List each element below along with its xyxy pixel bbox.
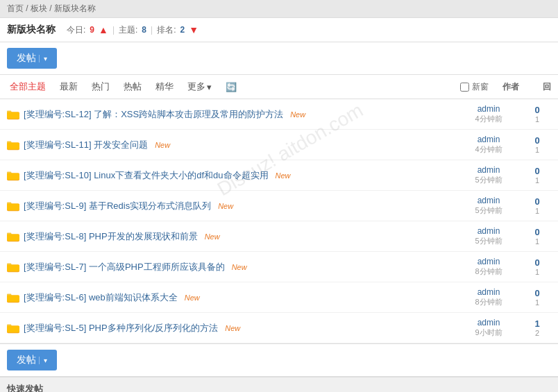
top-post-button-area: 发帖 ▾ [0, 42, 558, 75]
author-col-header: 作者 [502, 81, 519, 93]
author-cell: admin8分钟前 [454, 287, 523, 307]
svg-rect-3 [7, 112, 19, 119]
table-row: [奖理编号:SL-8] PHP开发的发展现状和前景 Newadmin5分钟前01 [0, 221, 558, 252]
quick-post-title: 快速发帖 [7, 384, 43, 392]
svg-rect-11 [7, 173, 19, 180]
topic-left-cell: [奖理编号:SL-12] 了解：XSS跨站脚本攻击原理及常用的防护方法 New [7, 108, 454, 121]
forum-header: 新版块名称 今日: 9 ▲ | 主题: 8 | 排名: 2 ▼ [0, 18, 558, 42]
topic-title-link[interactable]: [奖理编号:SL-6] web前端知识体系大全 [24, 291, 178, 304]
post-button-top[interactable]: 发帖 ▾ [7, 48, 57, 69]
reply-count: 0 [523, 196, 551, 207]
reply-cell: 12 [523, 318, 551, 337]
topic-title-link[interactable]: [奖理编号:SL-11] 开发安全问题 [24, 139, 148, 151]
author-name[interactable]: admin [454, 104, 523, 114]
topic-left-cell: [奖理编号:SL-9] 基于Redis实现分布式消息队列 New [7, 200, 454, 212]
new-tag: New [185, 293, 200, 302]
author-name[interactable]: admin [454, 135, 523, 144]
reply-count: 0 [523, 257, 551, 268]
new-window-checkbox[interactable] [460, 83, 469, 92]
tab-all-topics[interactable]: 全部主题 [7, 79, 49, 94]
post-time: 5分钟前 [454, 175, 523, 185]
reply-count: 0 [523, 166, 551, 176]
table-row: [奖理编号:SL-12] 了解：XSS跨站脚本攻击原理及常用的防护方法 Newa… [0, 99, 558, 130]
post-button-bottom[interactable]: 发帖 ▾ [7, 350, 57, 370]
reply-cell: 01 [523, 166, 551, 185]
tab-more[interactable]: 更多 ▾ [185, 79, 214, 94]
topic-left-cell: [奖理编号:SL-11] 开发安全问题 New [7, 139, 454, 151]
author-name[interactable]: admin [454, 226, 523, 236]
reply-count: 0 [523, 288, 551, 298]
bottom-post-button-area: 发帖 ▾ [0, 343, 558, 377]
new-tag: New [290, 110, 305, 119]
topic-list: [奖理编号:SL-12] 了解：XSS跨站脚本攻击原理及常用的防护方法 Newa… [0, 99, 558, 343]
topic-title-link[interactable]: [奖理编号:SL-7] 一个高级PHP工程师所应该具备的 [24, 261, 225, 273]
post-dropdown-arrow-bottom[interactable]: ▾ [39, 357, 47, 364]
author-cell: admin8分钟前 [454, 257, 523, 277]
tab-latest[interactable]: 最新 [57, 79, 81, 94]
more-arrow-icon: ▾ [207, 82, 212, 92]
table-row: [奖理编号:SL-9] 基于Redis实现分布式消息队列 Newadmin5分钟… [0, 191, 558, 221]
svg-rect-19 [7, 234, 19, 241]
svg-rect-7 [7, 142, 19, 149]
rank-label: 排名: [157, 24, 176, 36]
post-dropdown-arrow[interactable]: ▾ [39, 55, 47, 62]
topic-title-link[interactable]: [奖理编号:SL-8] PHP开发的发展现状和前景 [24, 230, 198, 243]
tab-hot[interactable]: 热门 [89, 79, 112, 94]
table-row: [奖理编号:SL-11] 开发安全问题 Newadmin4分钟前01 [0, 130, 558, 160]
author-name[interactable]: admin [454, 165, 523, 175]
post-time: 8分钟前 [454, 266, 523, 277]
author-cell: admin4分钟前 [454, 104, 523, 124]
view-count: 1 [523, 207, 551, 215]
view-count: 1 [523, 176, 551, 185]
reply-count: 1 [523, 318, 551, 329]
table-row: [奖理编号:SL-6] web前端知识体系大全 Newadmin8分钟前01 [0, 282, 558, 313]
topic-left-cell: [奖理编号:SL-10] Linux下查看文件夹大小的df和du命令超实用 Ne… [7, 169, 454, 182]
folder-icon [7, 139, 19, 151]
reply-col-header: 回 [543, 81, 551, 93]
author-name[interactable]: admin [454, 257, 523, 266]
reply-count: 0 [523, 135, 551, 146]
reply-cell: 01 [523, 257, 551, 276]
tabs-bar: 全部主题 最新 热门 热帖 精华 更多 ▾ 🔄 新窗 作者 回 [0, 75, 558, 99]
author-name[interactable]: admin [454, 196, 523, 205]
reply-cell: 01 [523, 288, 551, 307]
author-cell: admin4分钟前 [454, 135, 523, 155]
forum-title: 新版块名称 [7, 24, 56, 36]
topic-title-link[interactable]: [奖理编号:SL-10] Linux下查看文件夹大小的df和du命令超实用 [24, 169, 269, 182]
topic-title-link[interactable]: [奖理编号:SL-12] 了解：XSS跨站脚本攻击原理及常用的防护方法 [24, 108, 283, 121]
table-row: [奖理编号:SL-10] Linux下查看文件夹大小的df和du命令超实用 Ne… [0, 160, 558, 191]
folder-icon [7, 292, 19, 303]
reply-cell: 01 [523, 105, 551, 123]
topic-title-link[interactable]: [奖理编号:SL-9] 基于Redis实现分布式消息队列 [24, 200, 211, 212]
up-arrow-icon: ▲ [99, 24, 108, 35]
post-time: 9小时前 [454, 327, 523, 338]
view-count: 1 [523, 268, 551, 276]
new-tag: New [225, 324, 240, 332]
tab-hotpost[interactable]: 热帖 [121, 79, 144, 94]
author-name[interactable]: admin [454, 287, 523, 297]
post-time: 5分钟前 [454, 236, 523, 246]
author-cell: admin5分钟前 [454, 165, 523, 185]
tab-refresh[interactable]: 🔄 [223, 80, 239, 94]
topic-left-cell: [奖理编号:SL-8] PHP开发的发展现状和前景 New [7, 230, 454, 243]
new-tag: New [218, 202, 233, 210]
author-cell: admin9小时前 [454, 318, 523, 338]
tab-featured[interactable]: 精华 [153, 79, 176, 94]
subject-count: 8 [142, 25, 146, 35]
new-tag: New [205, 232, 220, 241]
new-tag: New [232, 263, 247, 271]
folder-icon [7, 262, 19, 273]
topic-title-link[interactable]: [奖理编号:SL-5] PHP多种序列化/反序列化的方法 [24, 322, 218, 334]
svg-rect-15 [7, 203, 19, 210]
author-name[interactable]: admin [454, 318, 523, 327]
reply-count: 0 [523, 227, 551, 237]
folder-icon [7, 231, 19, 242]
new-window-label: 新窗 [472, 81, 489, 93]
table-row: [奖理编号:SL-7] 一个高级PHP工程师所应该具备的 Newadmin8分钟… [0, 252, 558, 282]
folder-icon [7, 109, 19, 120]
post-time: 4分钟前 [454, 144, 523, 155]
folder-icon [7, 201, 19, 212]
reply-cell: 01 [523, 135, 551, 154]
folder-icon [7, 323, 19, 334]
svg-rect-23 [7, 264, 19, 271]
